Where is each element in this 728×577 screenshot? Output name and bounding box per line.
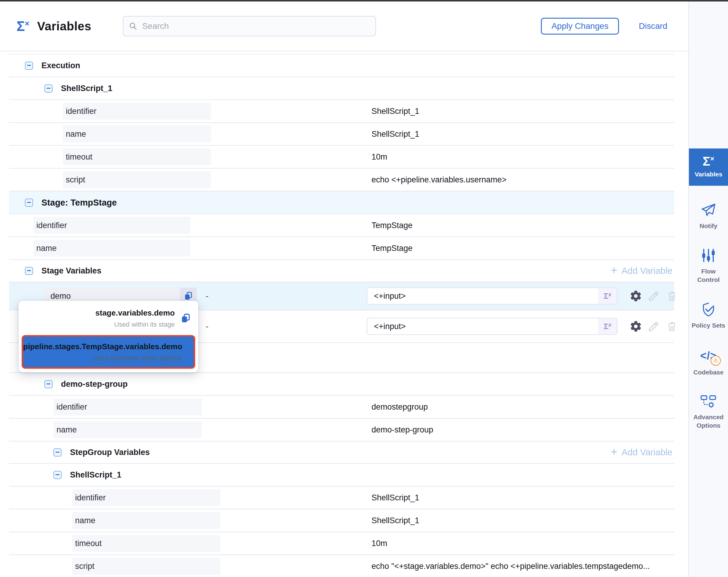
settings-button[interactable]: [629, 290, 643, 303]
panel-header: Σ× Variables Apply Changes Discard: [0, 1, 688, 51]
rail-item-variables[interactable]: Σ× Variables: [689, 148, 728, 186]
row-actions: [629, 320, 678, 333]
apply-changes-button[interactable]: Apply Changes: [541, 18, 619, 34]
variable-value-input[interactable]: <+input> Σx: [367, 287, 618, 305]
delete-button[interactable]: [665, 320, 678, 333]
row-stage-identifier: identifier TempStage: [9, 214, 674, 237]
row-demo-step-group: demo-step-group: [9, 373, 674, 396]
property-value: demostepgroup: [371, 402, 428, 412]
property-label: name: [63, 126, 211, 143]
group-label: ShellScript_1: [61, 84, 112, 93]
rail-item-advanced-options[interactable]: Advanced Options: [689, 394, 728, 429]
collapse-icon[interactable]: [45, 84, 53, 93]
row-stepgroup-variables: StepGroup Variables +Add Variable: [9, 442, 674, 464]
collapse-icon[interactable]: [53, 471, 61, 479]
discard-button[interactable]: Discard: [639, 21, 667, 31]
required-dash: -: [206, 292, 208, 301]
property-value: ShellScript_1: [371, 516, 419, 525]
warning-icon: ⚠: [710, 355, 721, 366]
pencil-icon: [648, 290, 660, 302]
variable-value-input[interactable]: <+input> Σx: [367, 318, 618, 335]
property-value: TempStage: [371, 221, 413, 230]
collapse-icon[interactable]: [25, 267, 33, 275]
rail-item-notify[interactable]: Notify: [689, 201, 728, 230]
property-label: name: [72, 512, 220, 529]
property-value: echo <+pipeline.variables.username>: [371, 175, 506, 184]
row-name: name ShellScript_1: [9, 123, 674, 146]
flowchart-gear-icon: [700, 394, 717, 409]
property-label: identifier: [72, 489, 220, 506]
required-dash: -: [206, 322, 208, 331]
delete-button[interactable]: [665, 290, 678, 303]
search-icon: [129, 22, 137, 31]
copy-icon[interactable]: [188, 347, 188, 357]
collapse-icon[interactable]: [45, 380, 53, 388]
expression-text: pipeline.stages.TempStage.variables.demo: [23, 342, 182, 351]
edit-button[interactable]: [647, 320, 660, 333]
expression-toggle-button[interactable]: Σx: [598, 319, 617, 334]
code-icon: </> ⚠: [698, 347, 719, 365]
group-label: demo-step-group: [61, 380, 128, 389]
sliders-icon: [700, 247, 717, 264]
property-label: timeout: [63, 148, 211, 165]
page-title: Variables: [37, 20, 91, 33]
settings-button[interactable]: [629, 320, 643, 333]
expression-option-stage-scope[interactable]: stage.variables.demo Used within its sta…: [19, 303, 198, 333]
gear-icon: [629, 290, 642, 302]
expression-usage: Used anywhere within pipeline: [23, 354, 182, 362]
expression-toggle-button[interactable]: Σx: [598, 288, 617, 304]
row-nested-identifier: identifier ShellScript_1: [9, 486, 674, 509]
row-actions: [629, 290, 678, 303]
copy-icon[interactable]: [180, 313, 191, 324]
add-variable-button[interactable]: +Add Variable: [610, 266, 672, 276]
row-stage-tempstage: Stage: TempStage: [9, 192, 674, 214]
right-rail: Σ× Variables Notify Flow Control Policy …: [689, 1, 728, 577]
header-actions: Apply Changes Discard: [541, 18, 667, 34]
property-label: identifier: [63, 103, 211, 120]
row-stage-name: name TempStage: [9, 237, 674, 260]
collapse-icon[interactable]: [25, 199, 33, 207]
group-label: StepGroup Variables: [70, 448, 150, 457]
row-sg-name: name demo-step-group: [9, 419, 674, 442]
group-label: ShellScript_1: [70, 470, 121, 480]
rail-item-flow-control[interactable]: Flow Control: [689, 247, 728, 284]
row-timeout: timeout 10m: [9, 146, 674, 169]
expression-option-pipeline-scope[interactable]: pipeline.stages.TempStage.variables.demo…: [22, 335, 195, 369]
row-sg-identifier: identifier demostepgroup: [9, 396, 674, 419]
search-input[interactable]: [141, 21, 370, 31]
property-value: echo "<+stage.variables.demo>" echo <+pi…: [371, 562, 650, 571]
row-stage-variables: Stage Variables +Add Variable: [9, 260, 674, 282]
row-identifier: identifier ShellScript_1: [9, 100, 674, 123]
add-variable-button[interactable]: +Add Variable: [610, 447, 672, 457]
collapse-icon[interactable]: [53, 448, 61, 456]
copy-icon: [183, 291, 193, 301]
rail-item-policy-sets[interactable]: Policy Sets: [689, 301, 728, 330]
row-script: script echo <+pipeline.variables.usernam…: [9, 169, 674, 192]
variables-sigma-icon: Σ×: [17, 19, 29, 33]
group-label: Stage Variables: [42, 266, 102, 276]
row-shellscript-1: ShellScript_1: [9, 77, 674, 100]
expression-popover: stage.variables.demo Used within its sta…: [19, 301, 198, 372]
input-value: <+input>: [367, 319, 598, 334]
plus-icon: +: [610, 265, 617, 276]
shield-check-icon: [700, 301, 717, 318]
property-value: ShellScript_1: [371, 129, 419, 139]
rail-item-codebase[interactable]: </> ⚠ Codebase: [689, 347, 728, 377]
edit-button[interactable]: [647, 290, 660, 303]
property-label: identifier: [33, 217, 190, 234]
gear-icon: [629, 320, 642, 333]
row-nested-script: script echo "<+stage.variables.demo>" ec…: [9, 555, 674, 577]
row-nested-timeout: timeout 10m: [9, 532, 674, 555]
paper-plane-icon: [700, 201, 717, 218]
row-nested-name: name ShellScript_1: [9, 509, 674, 532]
collapse-icon[interactable]: [25, 61, 33, 70]
property-value: ShellScript_1: [371, 493, 419, 502]
group-label: Execution: [42, 61, 80, 70]
input-value: <+input>: [367, 288, 598, 304]
stage-title: Stage: TempStage: [42, 198, 117, 208]
row-shellscript-1-nested: ShellScript_1: [9, 464, 674, 486]
search-box[interactable]: [123, 16, 376, 36]
property-value: 10m: [371, 152, 387, 162]
property-value: TempStage: [371, 244, 413, 253]
expression-usage: Used within its stage: [96, 321, 175, 328]
